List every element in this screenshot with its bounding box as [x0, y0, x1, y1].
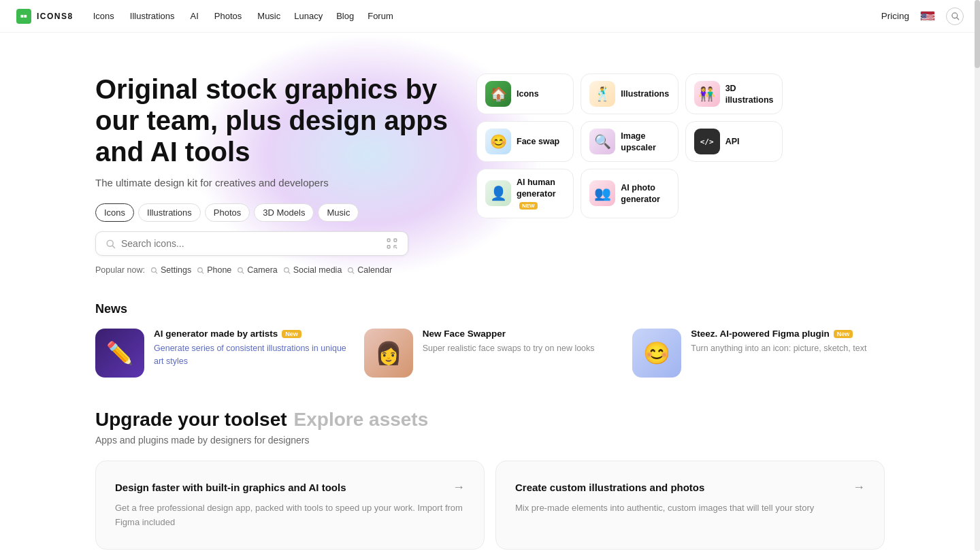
nav-right: Pricing 🇺🇸 — [881, 7, 964, 25]
nav-item-music[interactable]: Music — [251, 8, 287, 24]
card-upscaler[interactable]: 🔍Image upscaler — [581, 121, 678, 162]
upgrade-card-desc: Get a free professional design app, pack… — [115, 501, 465, 530]
hero-tab-3d-models[interactable]: 3D Models — [254, 203, 314, 222]
nav-item-label: Photos — [214, 11, 242, 21]
news-card[interactable]: ✏️AI generator made by artistsNewGenerat… — [95, 329, 348, 378]
card-aiphoto[interactable]: 👥AI photo generator — [581, 169, 678, 218]
card-faceswap[interactable]: 😊Face swap — [476, 121, 574, 162]
search-icon-bar — [105, 239, 116, 249]
svg-line-3 — [112, 246, 114, 248]
news-card[interactable]: 👩New Face SwapperSuper realistic face sw… — [364, 329, 617, 378]
hero-tabs: IconsIllustrationsPhotos3D ModelsMusic — [95, 203, 449, 222]
scan-icon[interactable] — [386, 237, 398, 250]
hero-tab-photos[interactable]: Photos — [205, 203, 250, 222]
upgrade-cards: Design faster with built-in graphics and… — [95, 461, 885, 550]
search-button-nav[interactable] — [946, 7, 964, 25]
scrollbar[interactable] — [975, 0, 980, 551]
news-card-title: New Face Swapper — [423, 329, 617, 339]
flag-icon[interactable]: 🇺🇸 — [920, 11, 935, 21]
card-icon: 🏠 — [485, 81, 511, 107]
card-label: Face swap — [517, 135, 559, 147]
nav-item-blog[interactable]: Blog — [330, 8, 360, 24]
hero-tab-music[interactable]: Music — [318, 203, 359, 222]
card-icon: 😊 — [485, 129, 511, 154]
popular-tag[interactable]: Camera — [237, 265, 277, 275]
news-card-info: AI generator made by artistsNewGenerate … — [154, 329, 348, 368]
news-card-title: AI generator made by artistsNew — [154, 329, 348, 339]
popular-tag[interactable]: Phone — [197, 265, 231, 275]
popular-label: Popular now: — [95, 265, 145, 275]
upgrade-card-arrow: → — [453, 480, 465, 495]
search-icon — [951, 12, 960, 20]
news-card-title: Steez. AI-powered Figma pluginNew — [691, 329, 885, 339]
svg-line-1 — [956, 18, 958, 20]
news-card-info: Steez. AI-powered Figma pluginNewTurn an… — [691, 329, 885, 355]
hero-left: Original stock graphics by our team, plu… — [95, 67, 449, 275]
card-aihuman[interactable]: 👤AI human generatorNEW — [476, 169, 574, 218]
upgrade-card[interactable]: Create custom illustrations and photos→M… — [495, 461, 885, 550]
pricing-link[interactable]: Pricing — [881, 11, 909, 21]
nav-item-label: Blog — [336, 11, 354, 21]
card-label: Icons — [517, 88, 539, 99]
upgrade-card-title: Create custom illustrations and photos→ — [515, 480, 865, 495]
navbar: ■■ ICONS8 IconsIllustrationsAIPhotosMusi… — [0, 0, 980, 33]
card-icon: 🔍 — [589, 129, 615, 154]
upgrade-card-desc: Mix pre-made elements into authentic, cu… — [515, 501, 865, 516]
logo[interactable]: ■■ ICONS8 — [16, 9, 74, 24]
scrollbar-thumb[interactable] — [975, 0, 980, 68]
card-icons[interactable]: 🏠Icons — [476, 73, 574, 114]
card-icon: 🕺 — [589, 81, 615, 107]
card-icon: </> — [694, 129, 720, 154]
upgrade-subtitle: Apps and plugins made by designers for d… — [95, 435, 885, 446]
hero-right-cards: 🏠Icons🕺Illustrations👫3D illustrations😊Fa… — [476, 67, 783, 218]
badge-new: NEW — [519, 202, 538, 210]
popular-now: Popular now: SettingsPhoneCameraSocial m… — [95, 265, 449, 275]
card-label: Image upscaler — [621, 130, 669, 154]
hero-section: Original stock graphics by our team, plu… — [0, 33, 980, 295]
upgrade-header: Upgrade your toolset Explore assets Apps… — [95, 409, 885, 446]
logo-text: ICONS8 — [37, 12, 74, 21]
card-label: 3D illustrations — [725, 82, 774, 106]
nav-item-photos[interactable]: Photos — [208, 8, 250, 24]
card-icon: 👫 — [694, 81, 720, 107]
news-section: News ✏️AI generator made by artistsNewGe… — [0, 295, 980, 402]
svg-line-11 — [155, 271, 157, 273]
nav-item-label: Music — [257, 11, 280, 21]
card-api[interactable]: </>API — [685, 121, 783, 162]
svg-line-17 — [288, 271, 289, 273]
svg-line-9 — [395, 247, 397, 248]
popular-tag[interactable]: Calendar — [347, 265, 392, 275]
upgrade-card-title: Design faster with built-in graphics and… — [115, 480, 465, 495]
nav-item-label: Forum — [368, 11, 393, 21]
card-3d[interactable]: 👫3D illustrations — [685, 73, 783, 114]
svg-rect-6 — [387, 246, 390, 248]
nav-item-ai[interactable]: AI — [184, 8, 207, 24]
nav-items: IconsIllustrationsAIPhotosMusicLunacyBlo… — [87, 8, 399, 24]
news-card[interactable]: 😊Steez. AI-powered Figma pluginNewTurn a… — [632, 329, 885, 378]
hero-title: Original stock graphics by our team, plu… — [95, 73, 449, 167]
nav-item-illustrations[interactable]: Illustrations — [124, 8, 183, 24]
card-icon: 👤 — [485, 180, 511, 206]
card-illustrations[interactable]: 🕺Illustrations — [581, 73, 678, 114]
nav-item-forum[interactable]: Forum — [361, 8, 399, 24]
card-icon: 👥 — [589, 180, 615, 206]
news-title: News — [95, 302, 885, 316]
nav-item-icons[interactable]: Icons — [87, 8, 122, 24]
popular-tag[interactable]: Social media — [283, 265, 342, 275]
hero-tab-icons[interactable]: Icons — [95, 203, 134, 222]
upgrade-title: Upgrade your toolset — [95, 409, 287, 431]
popular-tag[interactable]: Settings — [150, 265, 191, 275]
nav-item-lunacy[interactable]: Lunacy — [288, 8, 329, 24]
news-card-desc: Generate series of consistent illustrati… — [154, 342, 348, 368]
upgrade-title-secondary: Explore assets — [294, 409, 429, 431]
nav-item-label: Icons — [93, 11, 114, 21]
hero-tab-illustrations[interactable]: Illustrations — [138, 203, 201, 222]
search-bar — [95, 231, 408, 256]
svg-rect-4 — [387, 239, 390, 241]
upgrade-card[interactable]: Design faster with built-in graphics and… — [95, 461, 485, 550]
card-label: API — [725, 135, 740, 147]
news-badge-new: New — [834, 330, 853, 338]
news-thumbnail: ✏️ — [95, 329, 144, 378]
news-card-desc: Super realistic face swaps to try on new… — [423, 342, 617, 355]
search-input[interactable] — [121, 238, 380, 249]
